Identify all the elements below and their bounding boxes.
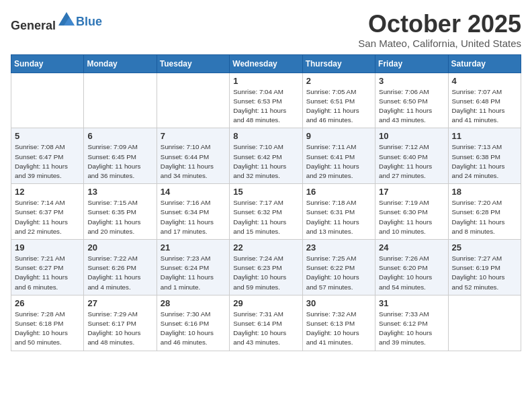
day-info: Sunrise: 7:10 AM Sunset: 6:44 PM Dayligh… xyxy=(161,142,226,181)
day-info: Sunrise: 7:33 AM Sunset: 6:12 PM Dayligh… xyxy=(379,310,444,348)
day-number: 5 xyxy=(15,131,80,141)
day-info: Sunrise: 7:05 AM Sunset: 6:51 PM Dayligh… xyxy=(306,87,371,126)
day-number: 24 xyxy=(379,242,444,253)
calendar-cell: 31Sunrise: 7:33 AM Sunset: 6:12 PM Dayli… xyxy=(375,295,448,351)
calendar-cell: 3Sunrise: 7:06 AM Sunset: 6:50 PM Daylig… xyxy=(375,73,448,128)
page-header: General Blue October 2025 San Mateo, Cal… xyxy=(11,11,521,49)
calendar-week-row: 19Sunrise: 7:21 AM Sunset: 6:27 PM Dayli… xyxy=(11,240,521,295)
day-number: 9 xyxy=(306,131,371,141)
calendar-cell xyxy=(11,73,84,128)
weekday-header-sunday: Sunday xyxy=(11,54,84,73)
day-number: 22 xyxy=(233,242,298,253)
calendar-cell: 29Sunrise: 7:31 AM Sunset: 6:14 PM Dayli… xyxy=(230,295,302,351)
calendar-cell xyxy=(84,73,157,128)
calendar-cell: 9Sunrise: 7:11 AM Sunset: 6:41 PM Daylig… xyxy=(302,128,375,184)
day-number: 30 xyxy=(306,298,371,308)
day-info: Sunrise: 7:18 AM Sunset: 6:31 PM Dayligh… xyxy=(306,198,371,236)
logo-blue: Blue xyxy=(76,15,102,28)
calendar-cell: 26Sunrise: 7:28 AM Sunset: 6:18 PM Dayli… xyxy=(11,295,84,351)
calendar-cell: 2Sunrise: 7:05 AM Sunset: 6:51 PM Daylig… xyxy=(302,73,375,128)
day-info: Sunrise: 7:11 AM Sunset: 6:41 PM Dayligh… xyxy=(306,142,371,181)
day-info: Sunrise: 7:06 AM Sunset: 6:50 PM Dayligh… xyxy=(379,87,444,126)
day-info: Sunrise: 7:19 AM Sunset: 6:30 PM Dayligh… xyxy=(379,198,444,236)
day-number: 27 xyxy=(87,298,152,308)
day-info: Sunrise: 7:29 AM Sunset: 6:17 PM Dayligh… xyxy=(87,310,152,348)
calendar-week-row: 5Sunrise: 7:08 AM Sunset: 6:47 PM Daylig… xyxy=(11,128,521,184)
day-info: Sunrise: 7:12 AM Sunset: 6:40 PM Dayligh… xyxy=(379,142,444,181)
day-info: Sunrise: 7:04 AM Sunset: 6:53 PM Dayligh… xyxy=(233,87,298,126)
calendar-cell: 18Sunrise: 7:20 AM Sunset: 6:28 PM Dayli… xyxy=(448,184,521,240)
calendar-cell: 20Sunrise: 7:22 AM Sunset: 6:26 PM Dayli… xyxy=(84,240,157,295)
day-number: 26 xyxy=(15,298,80,308)
calendar-cell: 6Sunrise: 7:09 AM Sunset: 6:45 PM Daylig… xyxy=(84,128,157,184)
calendar-cell: 13Sunrise: 7:15 AM Sunset: 6:35 PM Dayli… xyxy=(84,184,157,240)
calendar-week-row: 12Sunrise: 7:14 AM Sunset: 6:37 PM Dayli… xyxy=(11,184,521,240)
day-info: Sunrise: 7:26 AM Sunset: 6:20 PM Dayligh… xyxy=(379,254,444,292)
calendar-cell: 24Sunrise: 7:26 AM Sunset: 6:20 PM Dayli… xyxy=(375,240,448,295)
day-info: Sunrise: 7:14 AM Sunset: 6:37 PM Dayligh… xyxy=(15,198,80,236)
weekday-header-wednesday: Wednesday xyxy=(230,54,302,73)
calendar-cell: 30Sunrise: 7:32 AM Sunset: 6:13 PM Dayli… xyxy=(302,295,375,351)
calendar-cell: 1Sunrise: 7:04 AM Sunset: 6:53 PM Daylig… xyxy=(230,73,302,128)
calendar-cell: 27Sunrise: 7:29 AM Sunset: 6:17 PM Dayli… xyxy=(84,295,157,351)
day-info: Sunrise: 7:08 AM Sunset: 6:47 PM Dayligh… xyxy=(15,142,80,181)
weekday-header-tuesday: Tuesday xyxy=(157,54,229,73)
day-info: Sunrise: 7:07 AM Sunset: 6:48 PM Dayligh… xyxy=(452,87,517,126)
day-number: 17 xyxy=(379,187,444,197)
calendar-cell: 7Sunrise: 7:10 AM Sunset: 6:44 PM Daylig… xyxy=(157,128,229,184)
calendar-cell: 16Sunrise: 7:18 AM Sunset: 6:31 PM Dayli… xyxy=(302,184,375,240)
day-number: 11 xyxy=(452,131,517,141)
day-number: 6 xyxy=(87,131,152,141)
day-info: Sunrise: 7:31 AM Sunset: 6:14 PM Dayligh… xyxy=(233,310,298,348)
calendar-cell: 14Sunrise: 7:16 AM Sunset: 6:34 PM Dayli… xyxy=(157,184,229,240)
day-number: 31 xyxy=(379,298,444,308)
weekday-header-friday: Friday xyxy=(375,54,448,73)
day-number: 16 xyxy=(306,187,371,197)
calendar-cell: 22Sunrise: 7:24 AM Sunset: 6:23 PM Dayli… xyxy=(230,240,302,295)
day-number: 21 xyxy=(161,242,226,253)
weekday-header-saturday: Saturday xyxy=(448,54,521,73)
day-info: Sunrise: 7:15 AM Sunset: 6:35 PM Dayligh… xyxy=(87,198,152,236)
day-number: 15 xyxy=(233,187,298,197)
calendar-cell: 17Sunrise: 7:19 AM Sunset: 6:30 PM Dayli… xyxy=(375,184,448,240)
day-number: 18 xyxy=(452,187,517,197)
calendar-cell: 23Sunrise: 7:25 AM Sunset: 6:22 PM Dayli… xyxy=(302,240,375,295)
calendar-cell xyxy=(157,73,229,128)
day-number: 8 xyxy=(233,131,298,141)
day-number: 28 xyxy=(161,298,226,308)
day-number: 3 xyxy=(379,76,444,86)
day-info: Sunrise: 7:32 AM Sunset: 6:13 PM Dayligh… xyxy=(306,310,371,348)
day-number: 13 xyxy=(87,187,152,197)
day-number: 2 xyxy=(306,76,371,86)
weekday-header-monday: Monday xyxy=(84,54,157,73)
day-info: Sunrise: 7:13 AM Sunset: 6:38 PM Dayligh… xyxy=(452,142,517,181)
day-number: 20 xyxy=(87,242,152,253)
calendar-table: SundayMondayTuesdayWednesdayThursdayFrid… xyxy=(11,54,521,351)
day-info: Sunrise: 7:21 AM Sunset: 6:27 PM Dayligh… xyxy=(15,254,80,292)
weekday-header-row: SundayMondayTuesdayWednesdayThursdayFrid… xyxy=(11,54,521,73)
day-number: 12 xyxy=(15,187,80,197)
day-info: Sunrise: 7:27 AM Sunset: 6:19 PM Dayligh… xyxy=(452,254,517,292)
day-number: 10 xyxy=(379,131,444,141)
day-number: 23 xyxy=(306,242,371,253)
calendar-cell: 11Sunrise: 7:13 AM Sunset: 6:38 PM Dayli… xyxy=(448,128,521,184)
day-number: 25 xyxy=(452,242,517,253)
logo-icon xyxy=(57,11,76,30)
day-info: Sunrise: 7:24 AM Sunset: 6:23 PM Dayligh… xyxy=(233,254,298,292)
month-title: October 2025 xyxy=(358,11,521,38)
calendar-cell: 4Sunrise: 7:07 AM Sunset: 6:48 PM Daylig… xyxy=(448,73,521,128)
day-info: Sunrise: 7:25 AM Sunset: 6:22 PM Dayligh… xyxy=(306,254,371,292)
calendar-cell: 25Sunrise: 7:27 AM Sunset: 6:19 PM Dayli… xyxy=(448,240,521,295)
calendar-cell xyxy=(448,295,521,351)
day-number: 29 xyxy=(233,298,298,308)
day-number: 1 xyxy=(233,76,298,86)
logo-general: General xyxy=(11,19,56,32)
day-info: Sunrise: 7:20 AM Sunset: 6:28 PM Dayligh… xyxy=(452,198,517,236)
day-info: Sunrise: 7:09 AM Sunset: 6:45 PM Dayligh… xyxy=(87,142,152,181)
title-block: October 2025 San Mateo, California, Unit… xyxy=(358,11,521,49)
day-number: 19 xyxy=(15,242,80,253)
calendar-cell: 5Sunrise: 7:08 AM Sunset: 6:47 PM Daylig… xyxy=(11,128,84,184)
day-info: Sunrise: 7:16 AM Sunset: 6:34 PM Dayligh… xyxy=(161,198,226,236)
calendar-week-row: 26Sunrise: 7:28 AM Sunset: 6:18 PM Dayli… xyxy=(11,295,521,351)
day-number: 14 xyxy=(161,187,226,197)
